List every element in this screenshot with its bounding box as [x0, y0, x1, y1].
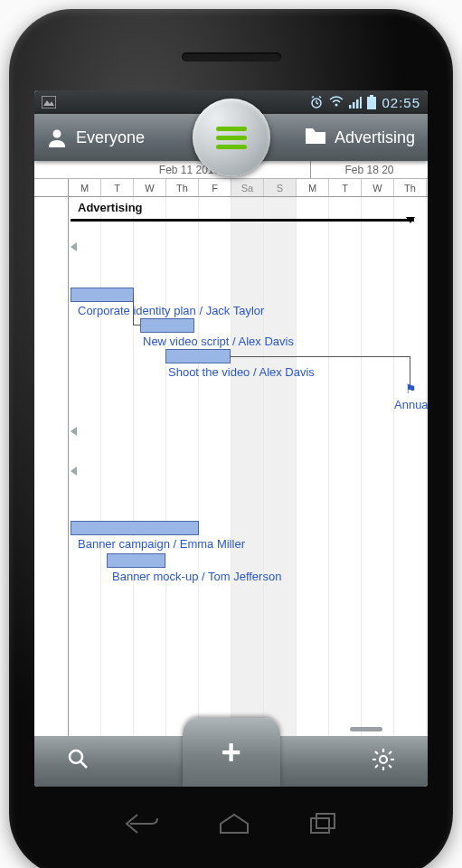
- day-col: M: [297, 179, 329, 196]
- header-project-label: Advertising: [335, 128, 415, 147]
- week-label-next: Feb 18 20: [310, 161, 428, 178]
- phone-speaker: [182, 52, 281, 61]
- group-title[interactable]: Advertising: [78, 201, 143, 214]
- svg-rect-8: [349, 105, 352, 108]
- header-user-filter[interactable]: Everyone: [47, 127, 145, 147]
- scroll-indicator: [350, 727, 382, 731]
- svg-rect-12: [370, 95, 373, 97]
- day-col: M: [69, 179, 101, 196]
- day-col: W: [362, 179, 394, 196]
- gantt-chart[interactable]: Advertising Corporate identity plan / Ja…: [34, 197, 428, 736]
- recent-apps-button[interactable]: [309, 812, 338, 841]
- person-icon: [47, 127, 67, 147]
- android-nav-bar: [96, 812, 367, 841]
- gantt-task-label[interactable]: Shoot the video / Alex Davis: [168, 365, 315, 379]
- day-col: S: [264, 179, 297, 196]
- gantt-task-label[interactable]: Corporate identity plan / Jack Taylor: [78, 304, 264, 317]
- signal-icon: [349, 96, 362, 108]
- phone-frame: 02:55 Everyone Advertising Feb: [9, 9, 453, 868]
- svg-point-15: [70, 750, 82, 763]
- svg-line-25: [389, 751, 391, 754]
- day-col: F: [199, 179, 231, 196]
- svg-point-17: [380, 756, 387, 763]
- picture-icon: [42, 96, 56, 108]
- svg-rect-13: [367, 97, 376, 109]
- battery-icon: [367, 95, 376, 109]
- gantt-task-bar[interactable]: [165, 349, 231, 363]
- collapse-arrow-icon[interactable]: [71, 242, 77, 251]
- svg-line-6: [319, 97, 321, 99]
- gantt-task-bar[interactable]: [71, 521, 199, 535]
- add-button[interactable]: [183, 718, 280, 787]
- svg-point-7: [335, 104, 338, 107]
- day-header-row: M T W Th F Sa S M T W Th: [34, 179, 428, 197]
- settings-button[interactable]: [372, 748, 395, 775]
- svg-point-14: [53, 130, 61, 138]
- app-header: Everyone Advertising: [34, 114, 428, 161]
- svg-rect-9: [353, 102, 355, 108]
- day-col: Th: [394, 179, 427, 196]
- svg-rect-0: [42, 96, 56, 108]
- svg-line-24: [375, 765, 378, 768]
- gantt-row-header-column: [34, 197, 69, 736]
- svg-line-5: [312, 97, 314, 99]
- header-project-filter[interactable]: Advertising: [306, 127, 415, 147]
- header-user-label: Everyone: [76, 128, 145, 147]
- bottom-toolbar: [34, 736, 428, 787]
- gantt-task-bar[interactable]: [107, 553, 165, 568]
- collapse-arrow-icon[interactable]: [71, 467, 77, 476]
- view-toggle-knob[interactable]: [193, 99, 270, 176]
- gantt-task-label[interactable]: Banner mock-up / Tom Jefferson: [112, 570, 281, 583]
- day-col: W: [134, 179, 166, 196]
- plus-icon: [221, 733, 240, 772]
- week-label-current: Feb 11 2013: [69, 161, 310, 178]
- wifi-icon: [329, 96, 344, 108]
- svg-line-23: [389, 765, 391, 768]
- svg-marker-1: [43, 100, 54, 106]
- folder-icon: [306, 127, 325, 147]
- gantt-task-label[interactable]: New video script / Alex Davis: [143, 335, 294, 348]
- svg-line-22: [375, 751, 378, 754]
- collapse-arrow-icon[interactable]: [71, 427, 77, 436]
- back-button[interactable]: [125, 812, 159, 841]
- day-col: Th: [166, 179, 199, 196]
- alarm-icon: [309, 95, 324, 109]
- search-button[interactable]: [67, 748, 90, 775]
- menu-bars-icon: [216, 127, 247, 149]
- gantt-task-label[interactable]: Banner campaign / Emma Miller: [78, 537, 245, 551]
- group-summary-bar: [71, 219, 414, 222]
- gantt-task-label[interactable]: Annual Con: [394, 398, 428, 411]
- home-button[interactable]: [217, 812, 251, 841]
- gantt-task-bar[interactable]: [71, 288, 134, 302]
- day-col: Sa: [231, 179, 264, 196]
- screen: 02:55 Everyone Advertising Feb: [34, 90, 428, 787]
- day-col: T: [101, 179, 134, 196]
- day-col: T: [329, 179, 362, 196]
- svg-rect-27: [316, 814, 335, 828]
- svg-line-16: [80, 761, 87, 768]
- svg-line-4: [316, 103, 318, 104]
- milestone-flag-icon[interactable]: ⚑: [405, 382, 417, 396]
- svg-rect-10: [356, 99, 359, 108]
- svg-rect-26: [311, 818, 329, 833]
- status-clock: 02:55: [382, 95, 420, 110]
- svg-rect-11: [360, 97, 362, 108]
- gantt-task-bar[interactable]: [140, 318, 194, 333]
